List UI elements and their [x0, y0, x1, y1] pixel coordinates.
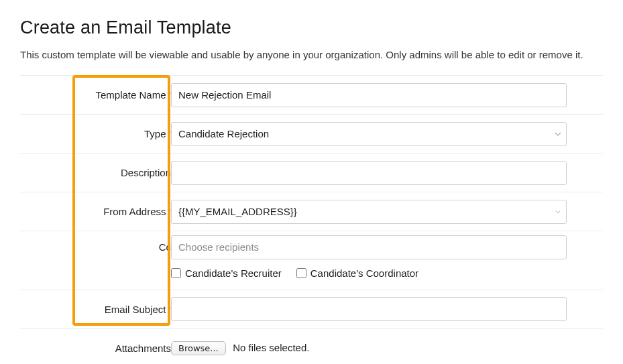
email-subject-label: Email Subject [105, 304, 166, 315]
description-input[interactable] [171, 161, 567, 185]
type-select-value: Candidate Rejection [178, 128, 269, 139]
attachments-status: No files selected. [233, 342, 309, 353]
type-label: Type [144, 128, 166, 139]
template-name-input[interactable] [171, 83, 567, 107]
page-subtitle: This custom template will be viewable an… [20, 49, 603, 60]
type-select[interactable]: Candidate Rejection [171, 122, 567, 146]
cc-recruiter-checkbox-input[interactable] [171, 268, 181, 278]
from-address-select[interactable]: {{MY_EMAIL_ADDRESS}} [171, 200, 567, 224]
cc-recruiter-checkbox[interactable]: Candidate's Recruiter [171, 267, 282, 279]
page-title: Create an Email Template [20, 17, 603, 38]
attachments-label: Attachments [115, 343, 171, 354]
cc-coordinator-checkbox[interactable]: Candidate's Coordinator [296, 267, 418, 279]
from-address-select-value: {{MY_EMAIL_ADDRESS}} [178, 206, 297, 217]
from-address-label: From Address [103, 206, 166, 217]
template-name-label: Template Name [96, 89, 166, 101]
cc-coordinator-checkbox-label: Candidate's Coordinator [310, 267, 418, 279]
cc-input[interactable] [171, 235, 567, 259]
cc-label: Cc [159, 241, 171, 253]
browse-button[interactable]: Browse... [171, 341, 226, 355]
email-subject-input[interactable] [171, 297, 567, 321]
cc-recruiter-checkbox-label: Candidate's Recruiter [185, 267, 282, 279]
cc-coordinator-checkbox-input[interactable] [296, 268, 306, 278]
description-label: Description [121, 167, 171, 178]
